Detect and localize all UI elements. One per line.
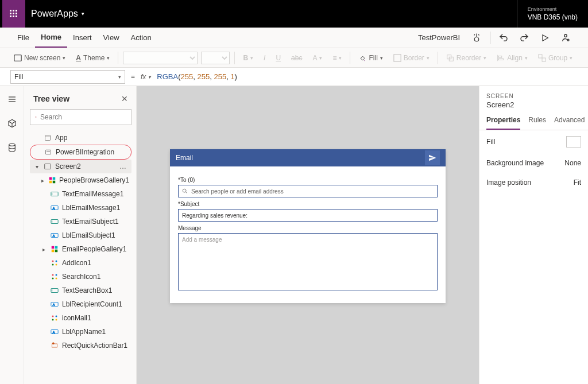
left-rail-insert[interactable] bbox=[5, 116, 20, 131]
paint-bucket-icon bbox=[358, 54, 366, 62]
app-checker-icon[interactable] bbox=[469, 30, 484, 45]
prop-fill-row[interactable]: Fill bbox=[479, 130, 588, 153]
tree-item-textemailmessage[interactable]: TextEmailMessage1 bbox=[30, 187, 131, 201]
menu-file[interactable]: File bbox=[11, 28, 35, 48]
email-screen[interactable]: Email *To (0) Search people or add email… bbox=[170, 149, 446, 303]
tree-item-label: PowerBIIntegration bbox=[56, 148, 114, 156]
tab-advanced[interactable]: Advanced bbox=[554, 116, 585, 130]
chevron-down-icon: ▾ bbox=[319, 55, 322, 61]
tree-item-lblrecipientcount[interactable]: A LblRecipientCount1 bbox=[30, 297, 131, 311]
properties-panel: SCREEN Screen2 Properties Rules Advanced… bbox=[479, 86, 588, 384]
app-name[interactable]: PowerApps ▾ bbox=[31, 9, 84, 19]
svg-line-69 bbox=[185, 192, 187, 193]
formula-function: RGBA bbox=[157, 72, 178, 81]
chevron-down-icon: ▾ bbox=[380, 55, 383, 61]
tree-item-powerbi-integration[interactable]: PowerBIIntegration bbox=[30, 145, 131, 160]
tree-item-rectquickactionbar[interactable]: RectQuickActionBar1 bbox=[30, 339, 131, 352]
tree-item-iconmail[interactable]: iconMail1 bbox=[30, 311, 131, 325]
tree-item-peoplebrowsegallery[interactable]: ▸ PeopleBrowseGallery1 bbox=[30, 173, 131, 187]
more-options-icon[interactable]: … bbox=[119, 162, 127, 170]
svg-point-50 bbox=[52, 264, 54, 266]
close-icon[interactable]: ✕ bbox=[121, 94, 128, 103]
tab-rules[interactable]: Rules bbox=[528, 116, 546, 130]
group-label: Group bbox=[548, 54, 567, 62]
icon-control-icon bbox=[51, 259, 59, 267]
prop-image-position-row[interactable]: Image position Fit bbox=[479, 173, 588, 192]
tree-item-addicon[interactable]: AddIcon1 bbox=[30, 256, 131, 270]
subject-input[interactable]: Regarding sales revenue: bbox=[178, 209, 438, 222]
svg-rect-29 bbox=[46, 150, 51, 154]
font-family-select[interactable] bbox=[123, 52, 198, 64]
font-color-button[interactable]: A▾ bbox=[309, 52, 326, 64]
tree-item-app[interactable]: App bbox=[30, 131, 131, 145]
svg-rect-31 bbox=[45, 164, 51, 169]
waffle-menu[interactable] bbox=[2, 0, 25, 28]
property-name: Fill bbox=[14, 73, 23, 81]
strikethrough-button[interactable]: abc bbox=[288, 52, 305, 64]
tree-view-toggle[interactable] bbox=[5, 92, 20, 107]
menu-action[interactable]: Action bbox=[125, 28, 157, 48]
icon-control-icon bbox=[51, 314, 59, 322]
fill-button[interactable]: Fill ▾ bbox=[355, 52, 386, 64]
canvas[interactable]: Email *To (0) Search people or add email… bbox=[137, 86, 479, 384]
prop-background-image-row[interactable]: Background image None bbox=[479, 153, 588, 173]
shape-icon bbox=[51, 342, 59, 350]
tree-item-lblappname[interactable]: A LblAppName1 bbox=[30, 325, 131, 339]
fx-button[interactable]: fx ▾ bbox=[141, 73, 157, 81]
group-button[interactable]: Group ▾ bbox=[535, 52, 576, 64]
svg-rect-3 bbox=[10, 13, 11, 14]
underline-button[interactable]: U bbox=[272, 52, 284, 64]
equals-sign: = bbox=[125, 73, 141, 81]
send-button[interactable] bbox=[425, 150, 440, 165]
waffle-icon bbox=[9, 9, 18, 18]
play-icon[interactable] bbox=[537, 30, 552, 45]
svg-point-60 bbox=[52, 316, 54, 317]
tree-item-searchicon[interactable]: SearchIcon1 bbox=[30, 270, 131, 284]
menu-home[interactable]: Home bbox=[35, 28, 67, 48]
ribbon-toolbar: New screen ▾ A Theme ▾ B▾ I U abc A▾ ≡▾ … bbox=[0, 48, 588, 68]
chevron-right-icon[interactable]: ▸ bbox=[40, 246, 47, 253]
chevron-down-icon[interactable]: ▾ bbox=[33, 164, 40, 170]
share-icon[interactable] bbox=[558, 30, 573, 45]
tree-item-screen2[interactable]: ▾ Screen2 … bbox=[30, 160, 131, 173]
menu-insert[interactable]: Insert bbox=[67, 28, 98, 48]
undo-icon[interactable] bbox=[496, 30, 511, 45]
align-button[interactable]: Align ▾ bbox=[493, 52, 531, 64]
document-name[interactable]: TestPowerBI bbox=[418, 33, 460, 42]
svg-point-67 bbox=[52, 343, 54, 344]
italic-button[interactable]: I bbox=[260, 52, 269, 64]
svg-point-48 bbox=[52, 261, 54, 262]
new-screen-button[interactable]: New screen ▾ bbox=[10, 52, 69, 64]
redo-icon[interactable] bbox=[517, 30, 532, 45]
tree-item-label: RectQuickActionBar1 bbox=[62, 342, 127, 350]
reorder-button[interactable]: Reorder ▾ bbox=[443, 52, 490, 64]
tree-search-box[interactable] bbox=[30, 109, 131, 125]
tree-search-input[interactable] bbox=[40, 113, 126, 121]
message-input[interactable]: Add a message bbox=[178, 233, 438, 290]
property-selector[interactable]: Fill ▾ bbox=[10, 70, 125, 84]
chevron-down-icon: ▾ bbox=[570, 55, 572, 61]
border-button[interactable]: Border ▾ bbox=[390, 52, 433, 64]
formula-input[interactable]: RGBA(255, 255, 255, 1) bbox=[157, 72, 578, 81]
prop-value: None bbox=[564, 159, 581, 167]
svg-rect-8 bbox=[16, 15, 17, 17]
tree-item-lblemailmessage[interactable]: A LblEmailMessage1 bbox=[30, 201, 131, 215]
theme-label: Theme bbox=[83, 54, 105, 62]
font-size-select[interactable] bbox=[201, 52, 230, 64]
chevron-right-icon[interactable]: ▸ bbox=[40, 177, 45, 184]
tree-item-textsearchbox[interactable]: TextSearchBox1 bbox=[30, 284, 131, 297]
to-input[interactable]: Search people or add email address bbox=[178, 185, 438, 197]
tree-item-lblemailsubject[interactable]: A LblEmailSubject1 bbox=[30, 228, 131, 242]
tree-item-textemailsubject[interactable]: TextEmailSubject1 bbox=[30, 215, 131, 228]
svg-rect-32 bbox=[49, 177, 52, 180]
fill-color-swatch[interactable] bbox=[566, 136, 581, 148]
label-icon: A bbox=[51, 231, 59, 239]
bold-button[interactable]: B▾ bbox=[239, 52, 257, 64]
align-text-button[interactable]: ≡▾ bbox=[329, 52, 345, 64]
menu-view[interactable]: View bbox=[98, 28, 125, 48]
theme-button[interactable]: A Theme ▾ bbox=[72, 52, 113, 64]
left-rail-data[interactable] bbox=[5, 140, 20, 155]
environment-picker[interactable]: Environment VNB D365 (vnb) bbox=[517, 0, 588, 28]
tree-item-emailpeoplegallery[interactable]: ▸ EmailPeopleGallery1 bbox=[30, 242, 131, 256]
tab-properties[interactable]: Properties bbox=[486, 116, 520, 130]
